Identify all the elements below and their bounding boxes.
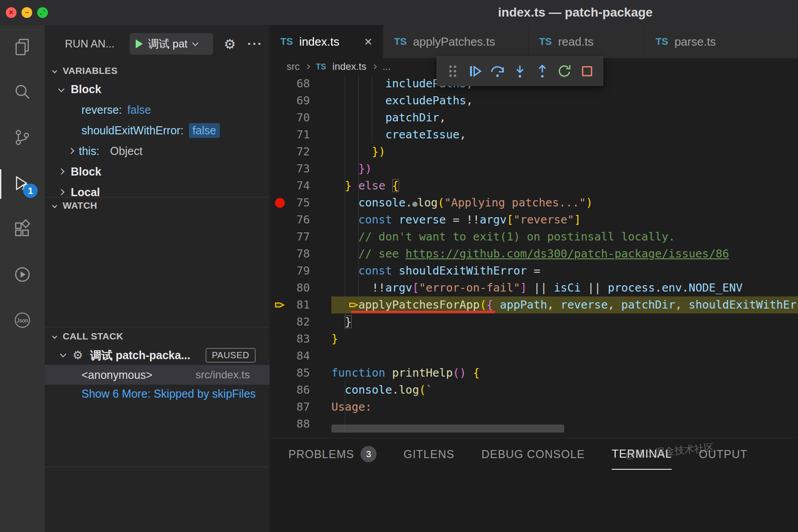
close-icon[interactable]: × [364, 35, 372, 48]
watch-header[interactable]: WATCH [45, 197, 270, 214]
breakpoint-icon[interactable] [275, 198, 285, 208]
chevron-down-icon [58, 86, 64, 92]
show-more-link[interactable]: Show 6 More: Skipped by skipFiles [45, 385, 270, 403]
gutter-gap [310, 313, 331, 330]
continue-button[interactable] [466, 60, 485, 82]
breakpoint-margin[interactable] [270, 399, 290, 416]
variable-row[interactable]: shouldExitWithError:false [45, 120, 270, 141]
code-content[interactable]: function printHelp() { [331, 365, 798, 382]
breadcrumb-file[interactable]: index.ts [332, 61, 366, 73]
drag-handle-icon[interactable] [443, 60, 462, 82]
breakpoint-margin[interactable] [270, 245, 290, 262]
code-content[interactable] [331, 348, 798, 365]
horizontal-scrollbar[interactable] [331, 425, 564, 433]
line-number: 85 [290, 365, 310, 382]
code-content[interactable]: const reverse = !!argv["reverse"] [331, 211, 798, 228]
code-content[interactable]: console.●log("Applying patches...") [331, 194, 798, 211]
code-content[interactable]: patchDir, [331, 109, 798, 126]
gear-icon[interactable]: ⚙ [224, 36, 236, 52]
breakpoint-margin[interactable] [270, 228, 290, 245]
breakpoint-margin[interactable] [270, 296, 290, 313]
source-control-icon[interactable] [0, 125, 45, 150]
breakpoint-margin[interactable] [270, 92, 290, 109]
editor-tab-read.ts[interactable]: TSread.ts [528, 25, 645, 58]
line-number: 72 [290, 143, 310, 160]
variables-header[interactable]: VARIABLES [45, 63, 270, 79]
gutter-gap [310, 330, 331, 348]
breakpoint-margin[interactable] [270, 279, 290, 296]
scope-row[interactable]: Local [45, 182, 270, 197]
gutter-gap [310, 365, 331, 382]
code-content[interactable]: console.log(` [331, 382, 798, 399]
code-content[interactable]: // don't want to exit(1) on postinsall l… [331, 228, 798, 245]
breadcrumb-symbol[interactable]: ... [382, 61, 390, 73]
restart-button[interactable] [555, 60, 574, 82]
json-extension-icon[interactable]: Json [0, 308, 45, 333]
explorer-icon[interactable] [0, 34, 45, 60]
variables-title: VARIABLES [63, 65, 118, 76]
scope-row[interactable]: Block [45, 161, 270, 182]
debug-badge: 1 [23, 184, 38, 198]
breakpoint-margin[interactable] [270, 211, 290, 228]
run-and-debug-icon[interactable] [0, 171, 45, 196]
breakpoint-margin[interactable] [270, 416, 290, 433]
line-number: 74 [290, 177, 310, 194]
editor-tab-index.ts[interactable]: TSindex.ts× [270, 25, 383, 58]
breakpoint-margin[interactable] [270, 330, 290, 348]
code-content[interactable]: // see https://github.com/ds300/patch-pa… [331, 245, 798, 262]
code-content[interactable]: } [331, 330, 798, 348]
panel-tab-problems[interactable]: PROBLEMS3 [288, 438, 377, 470]
breakpoint-margin[interactable] [270, 313, 290, 330]
gutter-gap [310, 262, 331, 279]
code-content[interactable]: applyPatchesForApp({ appPath, reverse, p… [331, 296, 798, 313]
breakpoint-margin[interactable] [270, 143, 290, 160]
gutter-gap [310, 194, 331, 211]
code-content[interactable]: const shouldExitWithError = [331, 262, 798, 279]
breakpoint-margin[interactable] [270, 109, 290, 126]
start-debug-icon[interactable] [136, 39, 143, 48]
extensions-icon[interactable] [0, 217, 45, 242]
breakpoint-margin[interactable] [270, 365, 290, 382]
call-stack-header[interactable]: CALL STACK [45, 327, 270, 345]
variable-row[interactable]: reverse:false [45, 99, 270, 120]
code-content[interactable]: }) [331, 160, 798, 177]
code-content[interactable]: Usage: [331, 399, 798, 416]
code-editor[interactable]: 68 includePaths,69 excludePaths,70 patch… [270, 75, 798, 433]
breakpoint-margin[interactable] [270, 382, 290, 399]
breadcrumb-folder[interactable]: src [287, 61, 300, 73]
code-content[interactable]: createIssue, [331, 126, 798, 143]
panel-tab-debug-console[interactable]: DEBUG CONSOLE [481, 438, 585, 470]
panel-tab-gitlens[interactable]: GITLENS [403, 438, 455, 470]
more-actions-icon[interactable]: ··· [248, 37, 263, 51]
breakpoint-margin[interactable] [270, 126, 290, 143]
debug-config-dropdown[interactable]: 调试 pat [129, 33, 213, 55]
stack-frame-row[interactable]: <anonymous> src/index.ts [45, 365, 270, 385]
breakpoint-margin[interactable] [270, 75, 290, 92]
variable-row[interactable]: this:Object [45, 141, 270, 161]
window-title: index.ts — patch-package [498, 0, 652, 25]
breakpoint-margin[interactable] [270, 262, 290, 279]
editor-tab-applyPatches.ts[interactable]: TSapplyPatches.ts [383, 25, 528, 58]
breakpoint-margin[interactable] [270, 177, 290, 194]
fullscreen-window-icon[interactable] [37, 7, 48, 18]
step-into-button[interactable] [511, 60, 529, 82]
line-number: 77 [290, 228, 310, 245]
code-content[interactable]: } [331, 313, 798, 330]
close-window-icon[interactable]: × [6, 7, 17, 18]
breakpoint-margin[interactable] [270, 194, 290, 211]
step-out-button[interactable] [533, 60, 552, 82]
breakpoint-margin[interactable] [270, 160, 290, 177]
code-content[interactable]: }) [331, 143, 798, 160]
code-content[interactable]: } else { [331, 177, 798, 194]
step-over-button[interactable] [488, 60, 507, 82]
debug-session-row[interactable]: ⚙ 调试 patch-packa... PAUSED [45, 345, 270, 365]
run-circle-icon[interactable] [0, 262, 45, 287]
scope-row[interactable]: Block [45, 79, 270, 99]
stop-button[interactable] [578, 60, 596, 82]
minimize-window-icon[interactable]: − [21, 7, 32, 18]
breakpoint-margin[interactable] [270, 348, 290, 365]
code-content[interactable]: excludePaths, [331, 92, 798, 109]
editor-tab-parse.ts[interactable]: TSparse.ts [645, 25, 798, 58]
code-content[interactable]: !!argv["error-on-fail"] || isCi || proce… [331, 279, 798, 296]
search-icon[interactable] [0, 79, 45, 104]
